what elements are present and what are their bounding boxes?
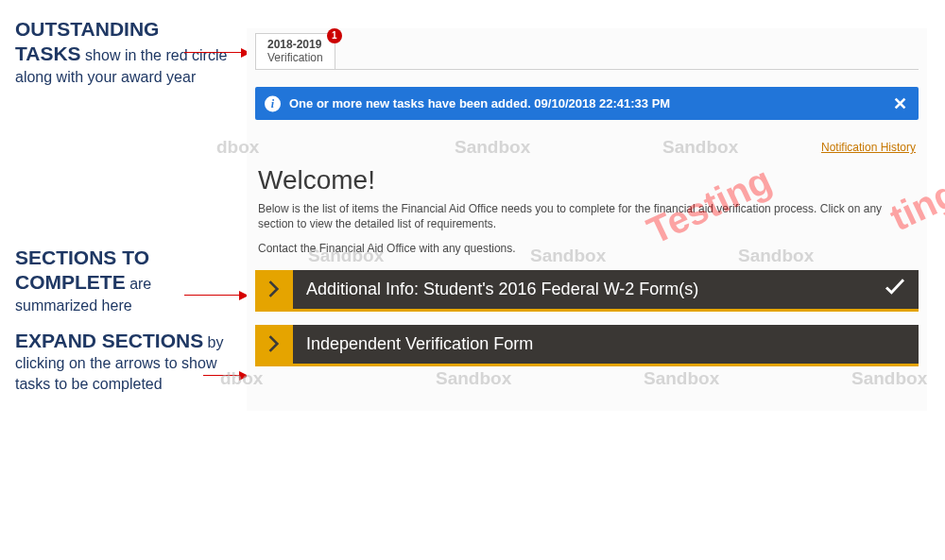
page-title: Welcome! [258,165,916,195]
outstanding-count-badge: 1 [327,28,342,43]
tab-underline [255,69,919,70]
alert-banner: i One or more new tasks have been added.… [255,87,919,120]
annotation-sections-to-complete: SECTIONS TO COMPLETE are summarized here [15,246,228,315]
welcome-paragraph: Below is the list of items the Financial… [258,201,916,231]
annotation-expand-sections: EXPAND SECTIONS by clicking on the arrow… [15,329,228,394]
section-title: Additional Info: Student's 2016 Federal … [306,280,698,298]
watermark: Sandbox [436,368,511,389]
annotation-title: EXPAND SECTIONS [15,330,203,351]
arrow-icon [184,52,241,53]
section-bar: Additional Info: Student's 2016 Federal … [293,270,919,309]
arrow-icon [184,295,239,296]
chevron-right-icon[interactable] [255,325,293,364]
watermark: Sandbox [851,368,927,389]
tab-label: Verification [267,51,323,64]
check-icon [885,279,905,300]
section-bar: Independent Verification Form [293,325,919,364]
section-row[interactable]: Additional Info: Student's 2016 Federal … [255,270,919,312]
section-title: Independent Verification Form [306,334,533,353]
chevron-right-icon[interactable] [255,270,293,309]
alert-text: One or more new tasks have been added. 0… [289,96,670,110]
tab-row: 2018-2019 Verification 1 [247,28,927,76]
close-icon[interactable]: ✕ [893,93,907,114]
section-row[interactable]: Independent Verification Form [255,325,919,366]
notification-history-link[interactable]: Notification History [247,141,916,154]
app-panel: dbox Sandbox Sandbox Sandbox Sandbox San… [247,28,927,411]
info-icon: i [265,95,281,111]
watermark: Sandbox [644,368,719,389]
arrow-icon [203,375,239,376]
welcome-block: Welcome! Below is the list of items the … [258,165,916,257]
tab-verification[interactable]: 2018-2019 Verification 1 [255,33,335,69]
tab-year: 2018-2019 [267,38,323,51]
welcome-paragraph: Contact the Financial Aid Office with an… [258,241,916,256]
